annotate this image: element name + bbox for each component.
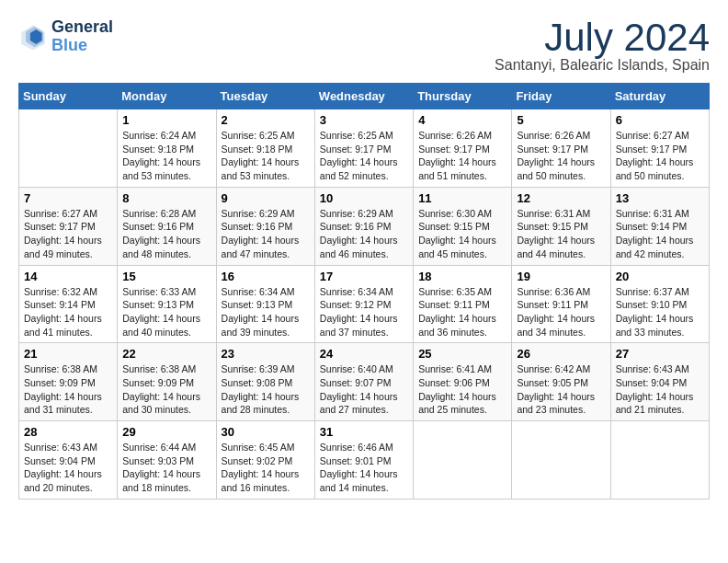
day-number: 1: [122, 113, 210, 127]
day-number: 13: [616, 191, 704, 205]
cell-info: Sunrise: 6:27 AMSunset: 9:17 PMDaylight:…: [24, 207, 112, 261]
cell-info: Sunrise: 6:28 AMSunset: 9:16 PMDaylight:…: [122, 207, 210, 261]
calendar-cell: 6Sunrise: 6:27 AMSunset: 9:17 PMDaylight…: [610, 109, 709, 188]
calendar-cell: 12Sunrise: 6:31 AMSunset: 9:15 PMDayligh…: [512, 187, 610, 265]
day-number: 3: [320, 113, 408, 127]
cell-info: Sunrise: 6:31 AMSunset: 9:14 PMDaylight:…: [616, 207, 704, 261]
day-number: 2: [222, 113, 310, 127]
day-number: 14: [24, 270, 112, 283]
cell-info: Sunrise: 6:33 AMSunset: 9:13 PMDaylight:…: [122, 285, 210, 339]
day-number: 29: [122, 425, 210, 439]
cell-info: Sunrise: 6:38 AMSunset: 9:09 PMDaylight:…: [122, 362, 210, 417]
cell-info: Sunrise: 6:25 AMSunset: 9:18 PMDaylight:…: [222, 129, 310, 183]
day-number: 4: [418, 113, 506, 127]
calendar-cell: 23Sunrise: 6:39 AMSunset: 9:08 PMDayligh…: [216, 343, 314, 421]
day-number: 20: [616, 270, 704, 283]
cell-info: Sunrise: 6:34 AMSunset: 9:12 PMDaylight:…: [320, 285, 408, 339]
cell-info: Sunrise: 6:43 AMSunset: 9:04 PMDaylight:…: [24, 441, 112, 495]
cell-info: Sunrise: 6:26 AMSunset: 9:17 PMDaylight:…: [517, 129, 605, 183]
logo-text: General Blue: [51, 18, 113, 55]
calendar-cell: 16Sunrise: 6:34 AMSunset: 9:13 PMDayligh…: [216, 265, 314, 343]
cell-info: Sunrise: 6:46 AMSunset: 9:01 PMDaylight:…: [320, 441, 408, 495]
week-row-4: 21Sunrise: 6:38 AMSunset: 9:09 PMDayligh…: [19, 343, 710, 421]
day-number: 15: [122, 270, 210, 283]
cell-info: Sunrise: 6:26 AMSunset: 9:17 PMDaylight:…: [418, 129, 506, 183]
cell-info: Sunrise: 6:43 AMSunset: 9:04 PMDaylight:…: [616, 362, 704, 417]
page-header: General Blue July 2024 Santanyi, Baleari…: [18, 18, 710, 74]
logo-line1: General: [51, 18, 113, 37]
calendar-cell: 7Sunrise: 6:27 AMSunset: 9:17 PMDaylight…: [19, 187, 118, 265]
calendar-cell: 21Sunrise: 6:38 AMSunset: 9:09 PMDayligh…: [19, 343, 118, 421]
day-number: 12: [517, 191, 605, 205]
day-number: 19: [517, 270, 605, 283]
calendar-cell: 15Sunrise: 6:33 AMSunset: 9:13 PMDayligh…: [118, 265, 216, 343]
cell-info: Sunrise: 6:41 AMSunset: 9:06 PMDaylight:…: [418, 362, 506, 417]
cell-info: Sunrise: 6:31 AMSunset: 9:15 PMDaylight:…: [517, 207, 605, 261]
logo-icon: [18, 22, 48, 52]
calendar-cell: 22Sunrise: 6:38 AMSunset: 9:09 PMDayligh…: [118, 343, 216, 421]
day-number: 27: [616, 347, 704, 361]
day-number: 8: [122, 191, 210, 205]
calendar-cell: 26Sunrise: 6:42 AMSunset: 9:05 PMDayligh…: [512, 343, 610, 421]
cell-info: Sunrise: 6:25 AMSunset: 9:17 PMDaylight:…: [320, 129, 408, 183]
calendar-cell: 25Sunrise: 6:41 AMSunset: 9:06 PMDayligh…: [414, 343, 512, 421]
day-number: 16: [222, 270, 310, 283]
cell-info: Sunrise: 6:37 AMSunset: 9:10 PMDaylight:…: [616, 285, 704, 339]
calendar-cell: 27Sunrise: 6:43 AMSunset: 9:04 PMDayligh…: [610, 343, 709, 421]
day-number: 31: [320, 425, 408, 439]
calendar-cell: 8Sunrise: 6:28 AMSunset: 9:16 PMDaylight…: [118, 187, 216, 265]
header-row: SundayMondayTuesdayWednesdayThursdayFrid…: [19, 84, 710, 109]
calendar-cell: 4Sunrise: 6:26 AMSunset: 9:17 PMDaylight…: [414, 109, 512, 188]
day-number: 22: [122, 347, 210, 361]
calendar-cell: 10Sunrise: 6:29 AMSunset: 9:16 PMDayligh…: [314, 187, 413, 265]
header-saturday: Saturday: [610, 84, 709, 109]
cell-info: Sunrise: 6:24 AMSunset: 9:18 PMDaylight:…: [122, 129, 210, 183]
calendar-cell: 31Sunrise: 6:46 AMSunset: 9:01 PMDayligh…: [314, 421, 413, 500]
cell-info: Sunrise: 6:44 AMSunset: 9:03 PMDaylight:…: [122, 441, 210, 495]
header-sunday: Sunday: [19, 84, 118, 109]
day-number: 9: [222, 191, 310, 205]
day-number: 11: [418, 191, 506, 205]
subtitle: Santanyi, Balearic Islands, Spain: [495, 57, 710, 74]
header-monday: Monday: [118, 84, 216, 109]
day-number: 17: [320, 270, 408, 283]
cell-info: Sunrise: 6:27 AMSunset: 9:17 PMDaylight:…: [616, 129, 704, 183]
week-row-5: 28Sunrise: 6:43 AMSunset: 9:04 PMDayligh…: [19, 421, 710, 500]
calendar-cell: 17Sunrise: 6:34 AMSunset: 9:12 PMDayligh…: [314, 265, 413, 343]
calendar-cell: 5Sunrise: 6:26 AMSunset: 9:17 PMDaylight…: [512, 109, 610, 188]
logo-line2: Blue: [51, 36, 87, 54]
calendar-cell: 30Sunrise: 6:45 AMSunset: 9:02 PMDayligh…: [216, 421, 314, 500]
cell-info: Sunrise: 6:40 AMSunset: 9:07 PMDaylight:…: [320, 362, 408, 417]
calendar-cell: [512, 421, 610, 500]
week-row-1: 1Sunrise: 6:24 AMSunset: 9:18 PMDaylight…: [19, 109, 710, 188]
cell-info: Sunrise: 6:42 AMSunset: 9:05 PMDaylight:…: [517, 362, 605, 417]
title-block: July 2024 Santanyi, Balearic Islands, Sp…: [495, 18, 710, 74]
calendar-cell: [610, 421, 709, 500]
day-number: 7: [24, 191, 112, 205]
calendar-cell: 24Sunrise: 6:40 AMSunset: 9:07 PMDayligh…: [314, 343, 413, 421]
cell-info: Sunrise: 6:35 AMSunset: 9:11 PMDaylight:…: [418, 285, 506, 339]
day-number: 24: [320, 347, 408, 361]
day-number: 25: [418, 347, 506, 361]
calendar-cell: [19, 109, 118, 188]
header-friday: Friday: [512, 84, 610, 109]
calendar-cell: 3Sunrise: 6:25 AMSunset: 9:17 PMDaylight…: [314, 109, 413, 188]
day-number: 6: [616, 113, 704, 127]
calendar-cell: 11Sunrise: 6:30 AMSunset: 9:15 PMDayligh…: [414, 187, 512, 265]
calendar-cell: 28Sunrise: 6:43 AMSunset: 9:04 PMDayligh…: [19, 421, 118, 500]
calendar-cell: 29Sunrise: 6:44 AMSunset: 9:03 PMDayligh…: [118, 421, 216, 500]
calendar-cell: 13Sunrise: 6:31 AMSunset: 9:14 PMDayligh…: [610, 187, 709, 265]
cell-info: Sunrise: 6:36 AMSunset: 9:11 PMDaylight:…: [517, 285, 605, 339]
cell-info: Sunrise: 6:45 AMSunset: 9:02 PMDaylight:…: [222, 441, 310, 495]
calendar-cell: 2Sunrise: 6:25 AMSunset: 9:18 PMDaylight…: [216, 109, 314, 188]
day-number: 5: [517, 113, 605, 127]
calendar-cell: 19Sunrise: 6:36 AMSunset: 9:11 PMDayligh…: [512, 265, 610, 343]
calendar-cell: 18Sunrise: 6:35 AMSunset: 9:11 PMDayligh…: [414, 265, 512, 343]
day-number: 26: [517, 347, 605, 361]
day-number: 28: [24, 425, 112, 439]
header-wednesday: Wednesday: [314, 84, 413, 109]
day-number: 10: [320, 191, 408, 205]
cell-info: Sunrise: 6:32 AMSunset: 9:14 PMDaylight:…: [24, 285, 112, 339]
header-tuesday: Tuesday: [216, 84, 314, 109]
cell-info: Sunrise: 6:30 AMSunset: 9:15 PMDaylight:…: [418, 207, 506, 261]
